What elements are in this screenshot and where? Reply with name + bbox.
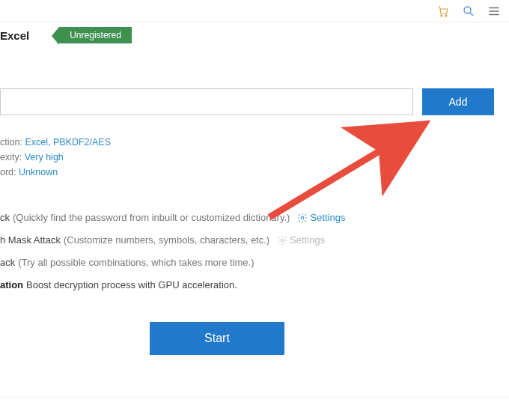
info-complexity: exity: Very high <box>0 150 111 165</box>
info-value: Very high <box>25 152 64 162</box>
file-info-block: ction: Excel, PBKDF2/AES exity: Very hig… <box>0 135 111 180</box>
top-toolbar <box>0 0 509 22</box>
svg-point-8 <box>281 239 284 242</box>
search-icon[interactable] <box>461 4 476 19</box>
info-encryption: ction: Excel, PBKDF2/AES <box>0 135 111 150</box>
settings-link-disabled: Settings <box>277 229 325 252</box>
info-label: ord: <box>0 167 16 177</box>
add-button[interactable]: Add <box>422 88 494 115</box>
info-value: Excel, PBKDF2/AES <box>25 137 111 147</box>
svg-point-0 <box>441 14 442 16</box>
settings-label: Settings <box>290 229 325 252</box>
svg-point-7 <box>302 216 305 219</box>
info-label: exity: <box>0 152 22 162</box>
registration-badge: Unregistered <box>59 27 132 43</box>
option-description: (Quickly find the password from inbuilt … <box>13 207 290 229</box>
info-password: ord: Unknown <box>0 165 111 180</box>
option-brute[interactable]: ack (Try all possible combinations, whic… <box>0 252 345 274</box>
option-mask[interactable]: h Mask Attack (Customize numbers, symbol… <box>0 229 345 252</box>
svg-point-1 <box>445 14 447 16</box>
file-row: Add <box>0 88 494 115</box>
settings-label: Settings <box>310 207 345 229</box>
attack-options: ck (Quickly find the password from inbui… <box>0 207 345 296</box>
file-path-input[interactable] <box>0 88 413 115</box>
svg-line-3 <box>470 13 473 16</box>
settings-link[interactable]: Settings <box>297 207 345 229</box>
gear-icon <box>277 235 287 246</box>
svg-point-2 <box>464 7 471 13</box>
option-description: (Customize numbers, symbols, characters,… <box>64 229 269 252</box>
option-text-bold: ation <box>0 274 23 296</box>
info-label: ction: <box>0 137 22 147</box>
option-dictionary[interactable]: ck (Quickly find the password from inbui… <box>0 207 345 229</box>
app-title: Excel <box>0 29 29 42</box>
title-row: Excel Unregistered <box>0 27 132 43</box>
option-text: ack <box>0 252 15 274</box>
cart-icon[interactable] <box>436 4 451 19</box>
start-button[interactable]: Start <box>150 322 284 355</box>
option-text: h Mask Attack <box>0 229 61 252</box>
option-description: Boost decryption process with GPU accele… <box>26 274 237 296</box>
option-gpu[interactable]: ation Boost decryption process with GPU … <box>0 274 345 296</box>
option-description: (Try all possible combinations, which ta… <box>18 252 254 274</box>
info-value: Unknown <box>19 167 58 177</box>
svg-line-9 <box>269 127 419 217</box>
gear-icon <box>297 213 308 223</box>
menu-icon[interactable] <box>487 4 502 19</box>
option-text: ck <box>0 207 10 229</box>
divider <box>0 397 509 398</box>
